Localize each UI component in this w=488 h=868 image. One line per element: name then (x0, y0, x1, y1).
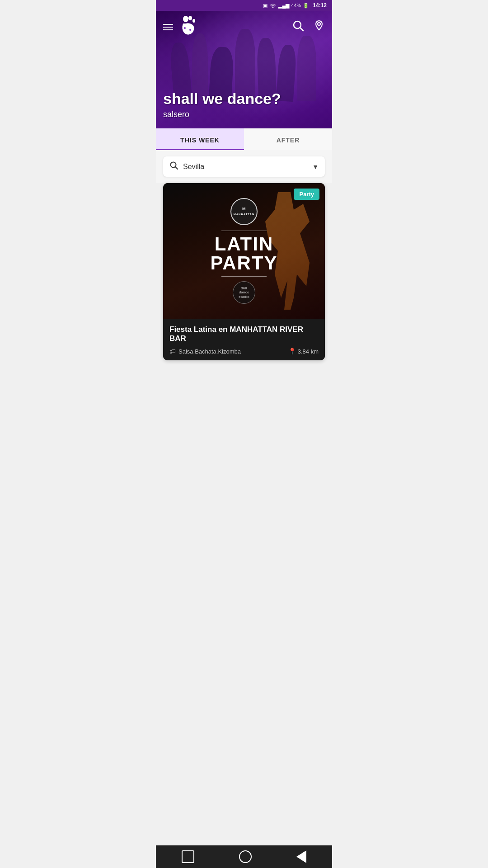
signal-bars-icon: ▂▄▆ (278, 3, 289, 9)
app-logo[interactable] (180, 15, 197, 38)
signal-icon: ▣ (263, 3, 267, 9)
hero-section: shall we dance? salsero (156, 11, 332, 128)
hero-subtitle: salsero (163, 110, 281, 119)
event-tags: 🏷 Salsa,Bachata,Kizomba (169, 348, 241, 355)
clock: 14:12 (313, 2, 327, 9)
event-venue-logo: MMANHATTAN (230, 198, 258, 225)
hero-title: shall we dance? (163, 90, 281, 107)
search-dropdown-arrow[interactable]: ▼ (312, 163, 319, 170)
header-nav (156, 11, 332, 43)
location-button[interactable] (313, 20, 325, 34)
menu-button[interactable] (163, 24, 173, 30)
tab-after-label: AFTER (277, 137, 300, 144)
events-list: Party MMANHATTAN LATINPARTY 360dancestud… (156, 183, 332, 360)
svg-point-2 (192, 19, 195, 23)
event-badge: Party (294, 189, 319, 200)
search-button[interactable] (292, 20, 304, 34)
hero-content: shall we dance? salsero (163, 90, 281, 119)
search-icon (169, 161, 178, 172)
event-tags-text: Salsa,Bachata,Kizomba (178, 348, 241, 355)
svg-line-9 (175, 167, 178, 169)
svg-point-7 (318, 23, 320, 25)
tag-icon: 🏷 (169, 348, 176, 355)
svg-point-0 (183, 16, 188, 22)
tab-after[interactable]: AFTER (244, 128, 332, 150)
event-card[interactable]: Party MMANHATTAN LATINPARTY 360dancestud… (163, 183, 325, 360)
tab-this-week-label: THIS WEEK (180, 137, 220, 144)
event-studio-logo: 360dancestudio (233, 281, 255, 304)
status-icons: ▣ ▂▄▆ 44% 🔋 14:12 (263, 2, 327, 9)
search-bar[interactable]: ▼ (163, 156, 325, 177)
search-input[interactable] (183, 163, 312, 171)
wifi-icon (269, 2, 277, 9)
location-icon: 📍 (288, 348, 296, 355)
header-actions (292, 20, 325, 34)
event-meta: 🏷 Salsa,Bachata,Kizomba 📍 3.84 km (169, 348, 319, 355)
svg-point-4 (189, 29, 191, 31)
event-info: Fiesta Latina en MANHATTAN RIVER BAR 🏷 S… (163, 319, 325, 360)
event-image: Party MMANHATTAN LATINPARTY 360dancestud… (163, 183, 325, 319)
event-name: Fiesta Latina en MANHATTAN RIVER BAR (169, 325, 319, 343)
status-bar: ▣ ▂▄▆ 44% 🔋 14:12 (156, 0, 332, 11)
battery-icon: 🔋 (303, 3, 309, 9)
event-distance: 📍 3.84 km (288, 348, 319, 355)
svg-point-1 (188, 16, 192, 20)
search-container: ▼ (156, 150, 332, 183)
event-distance-value: 3.84 km (298, 348, 319, 355)
event-title-display: LATINPARTY (210, 231, 277, 277)
tab-bar: THIS WEEK AFTER (156, 128, 332, 150)
tab-this-week[interactable]: THIS WEEK (156, 128, 244, 150)
battery-percent: 44% (291, 3, 301, 8)
svg-line-6 (300, 28, 303, 31)
event-image-title: LATINPARTY (210, 235, 277, 273)
svg-point-3 (184, 27, 186, 29)
